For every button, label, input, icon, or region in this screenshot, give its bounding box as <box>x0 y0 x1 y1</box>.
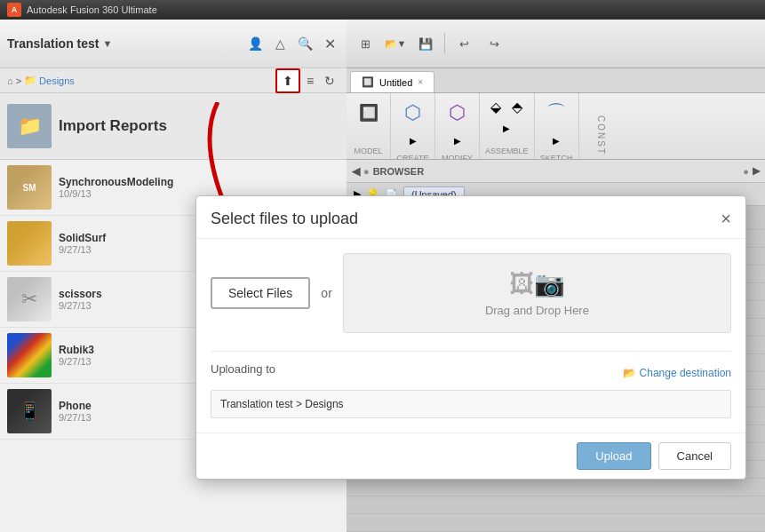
title-bar: A Autodesk Fusion 360 Ultimate <box>0 0 765 20</box>
dialog-header: Select files to upload × <box>196 196 745 239</box>
model-icon[interactable]: 🔲 <box>353 97 385 129</box>
file-name: SynchronousModeling <box>59 176 339 188</box>
assemble-row-2: ▶ <box>497 118 516 138</box>
breadcrumb: ⌂ > 📁 Designs ⬆ ≡ ↻ <box>0 68 347 93</box>
breadcrumb-folder[interactable]: 📁 Designs <box>24 75 75 86</box>
close-panel-icon[interactable]: ✕ <box>320 34 339 53</box>
ribbon: 🔲 MODEL ⬡ ▶ CREATE ⬡ ▶ MODIFY <box>347 93 765 160</box>
assemble-btn-2[interactable]: ⬘ <box>507 97 527 116</box>
uploading-section: Uploading to 📂 Change destination Transl… <box>211 351 731 418</box>
modify-icon[interactable]: ⬡ <box>442 97 474 129</box>
upload-dialog: Select files to upload × Select Files or… <box>195 195 746 480</box>
model-label: MODEL <box>354 143 382 155</box>
assemble-btn-3[interactable]: ▶ <box>497 118 516 138</box>
grid-view-btn[interactable]: ⊞ <box>352 31 379 56</box>
const-label: CONST <box>596 112 606 155</box>
profile-icon[interactable]: 👤 <box>245 34 265 53</box>
assemble-btn-1[interactable]: ⬙ <box>486 97 506 116</box>
sketch-btn-1[interactable]: ▶ <box>546 131 566 150</box>
create-btn-1[interactable]: ▶ <box>403 131 423 150</box>
modify-row: ▶ <box>448 131 467 150</box>
uploading-path: Translation test > Designs <box>211 390 731 418</box>
toolbar-divider <box>444 33 445 54</box>
import-reports-section: 📁 Import Reports <box>0 93 347 160</box>
breadcrumb-folder-name: Designs <box>39 75 75 86</box>
create-icon[interactable]: ⬡ <box>397 97 429 129</box>
sketch-row: ▶ <box>546 131 566 150</box>
search-icon[interactable]: 🔍 <box>295 34 315 53</box>
assemble-row-1: ⬙ ⬘ <box>486 97 527 116</box>
ribbon-group-modify: ⬡ ▶ MODIFY <box>435 93 480 159</box>
tab-untitled[interactable]: 🔲 Untitled × <box>350 71 434 92</box>
folder-icon: 📁 <box>24 75 36 86</box>
ribbon-group-create: ⬡ ▶ CREATE <box>391 93 435 159</box>
browser-expand[interactable]: ▶ <box>753 165 760 177</box>
create-label: CREATE <box>397 150 429 160</box>
import-reports-label: Import Reports <box>59 117 167 135</box>
change-destination-button[interactable]: 📂 Change destination <box>623 367 731 379</box>
breadcrumb-home[interactable]: ⌂ <box>7 75 13 86</box>
dialog-close-button[interactable]: × <box>721 209 731 229</box>
drag-drop-area[interactable]: 🖼📷 Drag and Drop Here <box>343 253 731 333</box>
ribbon-group-assemble: ⬙ ⬘ ▶ ASSEMBLE <box>480 93 535 159</box>
dialog-title: Select files to upload <box>211 210 358 228</box>
app-title: Autodesk Fusion 360 Ultimate <box>27 4 157 15</box>
ribbon-group-model: 🔲 MODEL <box>347 93 391 159</box>
workspace-label: Translation test <box>7 36 99 51</box>
app-icon: A <box>7 3 21 17</box>
tab-icon: 🔲 <box>362 76 374 88</box>
undo-btn[interactable]: ↩ <box>450 31 477 56</box>
dialog-body: Select Files or 🖼📷 Drag and Drop Here Up… <box>196 239 745 433</box>
file-thumb-scissors: ✂ <box>7 277 52 322</box>
assemble-label: ASSEMBLE <box>485 143 529 155</box>
tab-close-btn[interactable]: × <box>418 77 423 87</box>
file-thumb-rubik <box>7 333 52 377</box>
modify-label: MODIFY <box>442 150 473 160</box>
file-thumb-phone: 📱 <box>7 389 52 433</box>
cancel-button[interactable]: Cancel <box>658 442 731 470</box>
file-thumb-solid <box>7 221 52 266</box>
tab-bar: 🔲 Untitled × <box>347 68 765 93</box>
browser-bar: ◀ ● BROWSER ● ▶ <box>347 160 765 183</box>
team-icon[interactable]: △ <box>270 34 290 53</box>
uploading-header: Uploading to 📂 Change destination <box>211 362 731 383</box>
change-dest-icon: 📂 <box>623 367 636 379</box>
tab-label: Untitled <box>379 77 412 88</box>
ribbon-group-const: CONST <box>579 93 624 159</box>
list-view-icon[interactable]: ≡ <box>300 71 320 91</box>
drag-drop-text: Drag and Drop Here <box>485 304 589 317</box>
or-label: or <box>321 286 331 300</box>
save-btn[interactable]: 💾 <box>412 31 439 56</box>
browser-label: BROWSER <box>373 166 740 177</box>
dialog-upload-area: Select Files or 🖼📷 Drag and Drop Here <box>211 253 731 333</box>
workspace-dropdown-icon[interactable]: ▼ <box>102 38 112 49</box>
select-files-button[interactable]: Select Files <box>211 277 310 309</box>
import-reports-thumb: 📁 <box>7 104 52 148</box>
redo-btn[interactable]: ↪ <box>481 31 507 56</box>
modify-btn-1[interactable]: ▶ <box>448 131 467 150</box>
change-dest-label: Change destination <box>640 367 731 379</box>
refresh-icon[interactable]: ↻ <box>320 71 339 91</box>
uploading-label: Uploading to <box>211 362 275 376</box>
sketch-icon[interactable]: ⌒ <box>540 97 572 129</box>
breadcrumb-sep: > <box>16 75 21 86</box>
drag-drop-icon: 🖼📷 <box>509 269 565 298</box>
open-btn[interactable]: 📂▼ <box>382 31 409 56</box>
left-toolbar: Translation test ▼ 👤 △ 🔍 ✕ <box>0 20 347 68</box>
sketch-label: SKETCH <box>540 150 573 160</box>
browser-arrow[interactable]: ◀ <box>352 165 360 178</box>
upload-button[interactable]: Upload <box>577 442 650 470</box>
file-thumb-sync: SM <box>7 165 52 210</box>
create-row: ▶ <box>403 131 423 150</box>
right-toolbar: ⊞ 📂▼ 💾 ↩ ↪ <box>347 20 765 68</box>
upload-button[interactable]: ⬆ <box>275 68 300 93</box>
dialog-footer: Upload Cancel <box>196 433 745 479</box>
ribbon-group-sketch: ⌒ ▶ SKETCH <box>535 93 579 159</box>
